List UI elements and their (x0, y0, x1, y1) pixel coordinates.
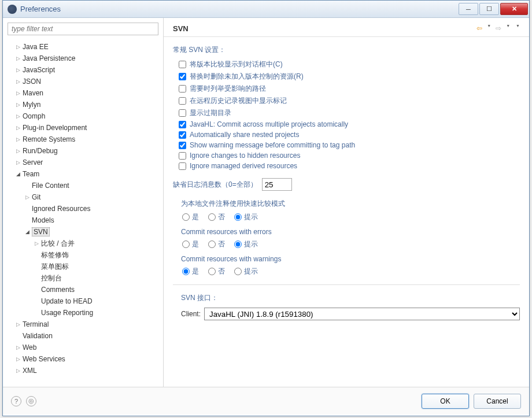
tree-item-usage-reporting[interactable]: ▷Usage Reporting (5, 307, 161, 319)
tree-item-comments[interactable]: ▷Comments (5, 284, 161, 295)
tree-arrow-icon[interactable]: ▷ (14, 321, 21, 328)
tree-item-java-ee[interactable]: ▷Java EE (5, 41, 161, 53)
nav-forward-icon[interactable]: ⇨ (493, 24, 504, 33)
nav-back-menu[interactable]: ▼ (487, 24, 491, 33)
radio-option[interactable]: 否 (208, 267, 225, 276)
nav-back-icon[interactable]: ⇦ (474, 24, 485, 33)
checkbox-5[interactable] (179, 121, 186, 128)
tree-arrow-icon[interactable]: ◢ (14, 171, 21, 177)
radio-input[interactable] (234, 241, 242, 248)
view-menu-icon[interactable]: ▼ (516, 24, 520, 33)
tree-item-mylyn[interactable]: ▷Mylyn (5, 99, 161, 110)
nav-forward-menu[interactable]: ▼ (506, 24, 510, 33)
tree-item-label: Run/Debug (23, 147, 58, 155)
tree-arrow-icon[interactable]: ▷ (14, 136, 21, 143)
minimize-button[interactable] (459, 3, 478, 15)
checkbox-6[interactable] (179, 131, 186, 139)
tree-item-maven[interactable]: ▷Maven (5, 87, 161, 99)
tree-arrow-icon[interactable]: ▷ (14, 356, 21, 362)
tree-item-label: Remote Systems (23, 135, 75, 143)
checkbox-row: 在远程历史记录视图中显示标记 (179, 96, 520, 106)
import-export-icon[interactable]: ◎ (26, 396, 36, 406)
tree-arrow-icon[interactable]: ▷ (14, 101, 21, 108)
checkbox-2[interactable] (179, 85, 186, 93)
tree-arrow-icon[interactable]: ▷ (14, 55, 21, 62)
tree-arrow-icon[interactable]: ▷ (14, 66, 21, 73)
ok-button[interactable]: OK (422, 394, 469, 409)
tree-item-run-debug[interactable]: ▷Run/Debug (5, 145, 161, 157)
checkbox-8[interactable] (179, 152, 186, 160)
tree-item-web[interactable]: ▷Web (5, 342, 161, 353)
radio-input[interactable] (208, 268, 216, 275)
radio-option[interactable]: 提示 (234, 267, 258, 276)
radio-input[interactable] (208, 213, 216, 221)
tree-item-javascript[interactable]: ▷JavaScript (5, 64, 161, 76)
tree-item-json[interactable]: ▷JSON (5, 76, 161, 87)
tree-arrow-icon[interactable]: ▷ (14, 78, 21, 85)
maximize-button[interactable] (479, 3, 499, 15)
tree-item--[interactable]: ▷菜单图标 (5, 261, 161, 272)
tree-item-ignored-resources[interactable]: ▷Ignored Resources (5, 203, 161, 214)
close-button[interactable] (500, 3, 528, 15)
tree-arrow-icon[interactable]: ▷ (14, 113, 21, 120)
tree-item-update-to-head[interactable]: ▷Update to HEAD (5, 295, 161, 307)
tree-arrow-icon[interactable]: ▷ (24, 194, 31, 201)
tree-item-server[interactable]: ▷Server (5, 157, 161, 168)
tree-item-plug-in-development[interactable]: ▷Plug-in Development (5, 122, 161, 134)
tree-item-label: Java EE (23, 43, 49, 51)
tree-item-label: Web (23, 343, 36, 352)
checkbox-9[interactable] (179, 162, 186, 170)
radio-input[interactable] (208, 241, 216, 248)
radio-option[interactable]: 提示 (234, 212, 258, 222)
log-count-input[interactable] (262, 178, 292, 191)
cancel-button[interactable]: Cancel (474, 394, 521, 409)
checkbox-1[interactable] (179, 73, 186, 80)
radio-option[interactable]: 否 (208, 239, 225, 249)
filter-input[interactable] (8, 23, 158, 35)
tree-arrow-icon[interactable]: ▷ (33, 240, 40, 247)
tree-arrow-icon[interactable]: ▷ (14, 90, 21, 97)
radio-option[interactable]: 是 (182, 212, 199, 222)
tree-item-git[interactable]: ▷Git (5, 191, 161, 203)
radio-input[interactable] (182, 213, 190, 221)
radio-option[interactable]: 是 (182, 267, 199, 276)
tree-item--[interactable]: ▷比较 / 合并 (5, 238, 161, 249)
tree-arrow-icon[interactable]: ▷ (14, 159, 21, 166)
checkbox-0[interactable] (179, 61, 186, 68)
radio-option[interactable]: 否 (208, 212, 225, 222)
tree-arrow-icon[interactable]: ◢ (24, 228, 31, 235)
radio-input[interactable] (234, 213, 242, 221)
radio-option[interactable]: 是 (182, 239, 199, 249)
tree-item--[interactable]: ▷标签修饰 (5, 249, 161, 261)
checkbox-3[interactable] (179, 97, 186, 105)
radio-input[interactable] (182, 268, 190, 275)
tree-arrow-icon[interactable]: ▷ (14, 43, 21, 50)
checkbox-4[interactable] (179, 109, 186, 117)
tree-item-oomph[interactable]: ▷Oomph (5, 110, 161, 122)
tree-item-label: JSON (23, 77, 41, 86)
tree-item-validation[interactable]: ▷Validation (5, 330, 161, 342)
tree-arrow-icon[interactable]: ▷ (14, 344, 21, 351)
tree-item-remote-systems[interactable]: ▷Remote Systems (5, 134, 161, 145)
tree-item-team[interactable]: ◢Team (5, 168, 161, 180)
tree-item-terminal[interactable]: ▷Terminal (5, 319, 161, 330)
tree-item-models[interactable]: ▷Models (5, 214, 161, 226)
radio-input[interactable] (234, 268, 242, 275)
tree-arrow-icon[interactable]: ▷ (14, 367, 21, 374)
tree-item-web-services[interactable]: ▷Web Services (5, 353, 161, 365)
tree-item--[interactable]: ▷控制台 (5, 272, 161, 284)
tree-arrow-icon[interactable]: ▷ (14, 147, 21, 154)
tree-arrow-icon[interactable]: ▷ (14, 124, 21, 131)
help-icon[interactable]: ? (11, 396, 21, 406)
checkbox-7[interactable] (179, 142, 186, 149)
tree-item-xml[interactable]: ▷XML (5, 365, 161, 376)
tree-item-label: Team (23, 170, 39, 178)
radio-option[interactable]: 提示 (234, 239, 258, 249)
tree-item-java-persistence[interactable]: ▷Java Persistence (5, 53, 161, 64)
preferences-tree[interactable]: ▷Java EE▷Java Persistence▷JavaScript▷JSO… (3, 40, 163, 387)
radio-group: 为本地文件注释使用快速比较模式是否提示 (181, 199, 520, 222)
client-select[interactable]: JavaHL (JNI) 1.8.9 (r1591380) (204, 308, 520, 320)
tree-item-file-content[interactable]: ▷File Content (5, 180, 161, 191)
radio-input[interactable] (182, 241, 190, 248)
tree-item-svn[interactable]: ◢SVN (5, 226, 161, 238)
